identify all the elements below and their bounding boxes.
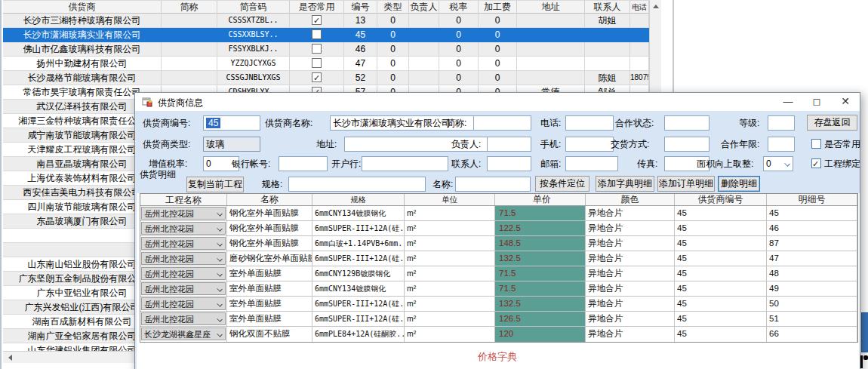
col-header-code[interactable]: 简音码: [217, 1, 290, 14]
col-header-detail-no[interactable]: 明细号: [767, 194, 857, 205]
bank-field[interactable]: [362, 156, 448, 171]
project-combo-value: 岳州北控花园: [144, 313, 194, 325]
round-up-dropdown[interactable]: 0: [763, 156, 793, 171]
supplier-row[interactable]: 扬州中勤建材有限公司 YZZQJCYXGS 47 0 0 0: [3, 57, 649, 71]
delete-detail-button[interactable]: 删除明细: [718, 176, 760, 192]
mobile-label: 手机:: [540, 137, 561, 152]
copy-current-project-button[interactable]: 复制当前工程: [186, 177, 244, 192]
col-header-price[interactable]: 单价: [495, 194, 586, 205]
supplier-row[interactable]: 长沙市三湘特种玻璃有限公司 CSSSXTZBL.. 13 0 0 0 胡姐: [3, 14, 649, 28]
common-checkbox[interactable]: [312, 15, 322, 25]
col-header-color[interactable]: 颜色: [586, 194, 675, 205]
spec-cell: 6mmCNY134镀膜钢化: [312, 281, 405, 296]
spec-filter-input[interactable]: [288, 177, 426, 192]
unit-cell: m²: [405, 221, 495, 235]
close-button[interactable]: ✕: [831, 93, 860, 111]
col-header-id[interactable]: 编号: [344, 1, 377, 14]
phone-field[interactable]: [565, 115, 614, 131]
project-combo[interactable]: 岳州北控花园: [141, 282, 226, 295]
name-filter-input[interactable]: [455, 177, 531, 192]
grade-field[interactable]: [768, 115, 795, 131]
project-binding-label: 工程绑定: [824, 158, 860, 170]
add-dictionary-detail-button[interactable]: 添加字典明细: [596, 176, 654, 192]
col-header-tax[interactable]: 税率: [439, 1, 479, 14]
common-checkbox[interactable]: [312, 58, 322, 68]
detail-row[interactable]: 岳州北控花园 钢化室外单面贴膜 6mmSUPER-III+12A(硅... m²…: [140, 221, 857, 236]
col-header-spec[interactable]: 规格: [312, 194, 405, 205]
locate-by-condition-button[interactable]: 按条件定位: [535, 176, 589, 192]
contact-cell: [585, 28, 630, 42]
spec-cell: 6mmSUPER-III+12A(硅...: [312, 297, 405, 311]
detail-row[interactable]: 岳州北控花园 室外单面贴膜 6mmCNY129B镀膜钢化 m² 71.5 异地合…: [140, 266, 857, 281]
col-header-contact[interactable]: 联系人: [585, 1, 630, 14]
mobile-field[interactable]: [565, 137, 614, 152]
project-cell: 岳州北控花园: [140, 312, 227, 326]
detail-row[interactable]: 岳州北控花园 室外单面贴膜 6mmSUPER-III+12A(硅... m² 1…: [140, 297, 857, 312]
supplier-no-cell: 45: [675, 312, 767, 326]
save-return-button[interactable]: 存盘返回: [807, 115, 857, 131]
project-combo[interactable]: 岳州北控花园: [141, 297, 226, 310]
project-combo[interactable]: 岳州北控花园: [141, 237, 226, 250]
col-header-type[interactable]: 类型: [377, 1, 409, 14]
col-header-supplier[interactable]: 供货商: [3, 1, 162, 14]
pinyin-code-cell: FSSYXBLKJ..: [217, 42, 290, 57]
supplier-name-cell: 长沙市潇湘玻璃实业有限公司: [3, 28, 162, 42]
common-checkbox[interactable]: [312, 44, 322, 54]
scroll-up-icon[interactable]: [653, 5, 659, 8]
contact-field[interactable]: [487, 156, 531, 171]
project-combo[interactable]: 岳州北控花园: [141, 252, 226, 265]
col-header-short[interactable]: 简称: [162, 1, 217, 14]
col-header-phone[interactable]: 电话: [630, 1, 649, 14]
manager-field[interactable]: [487, 137, 531, 152]
delivery-field[interactable]: [664, 137, 709, 152]
col-header-fee[interactable]: 加工费: [479, 1, 517, 14]
col-header-name[interactable]: 名称: [227, 194, 312, 205]
short-name-field[interactable]: [473, 115, 531, 131]
common-checkbox[interactable]: [312, 29, 322, 39]
project-binding-checkbox[interactable]: [811, 158, 821, 168]
address-cell: [517, 71, 585, 85]
project-combo-value: 岳州北控花园: [144, 223, 194, 235]
supplier-type-field[interactable]: [203, 137, 260, 152]
col-header-common[interactable]: 是否常用: [290, 1, 344, 14]
col-header-address[interactable]: 地址: [517, 1, 585, 14]
coop-years-field[interactable]: [768, 137, 795, 152]
detail-no-cell: 46: [767, 221, 857, 235]
tax-cell: 0: [439, 28, 479, 42]
detail-row[interactable]: 岳州北控花园 钢化室外单面贴膜 6mmCNY134镀膜钢化 m² 71.5 异地…: [140, 206, 857, 221]
maximize-button[interactable]: ◻: [802, 93, 831, 111]
often-used-checkbox[interactable]: [811, 139, 821, 149]
detail-row[interactable]: 岳州北控花园 磨砂钢化室外单面贴膜 6mmSUPER-III+12A(硅... …: [140, 251, 857, 266]
supplier-row[interactable]: 长沙市潇湘玻璃实业有限公司 CSSXXBLSY.. 45 0 0 0: [3, 28, 649, 42]
address-cell: [517, 28, 585, 42]
dialog-titlebar[interactable]: 供货商信息 — ◻ ✕: [135, 93, 860, 111]
project-combo[interactable]: 岳州北控花园: [141, 267, 226, 280]
col-header-unit[interactable]: 单位: [405, 194, 495, 205]
project-combo[interactable]: 岳州北控花园: [141, 312, 226, 325]
supplier-no-cell: 45: [675, 206, 767, 220]
detail-row[interactable]: 岳州北控花园 室外单面贴膜 6mmSUPER-III+12A(硅... m² 1…: [140, 312, 857, 327]
supplier-row[interactable]: 佛山市亿鑫玻璃科技有限公司 FSSYXBLKJ.. 46 0 0 0: [3, 42, 649, 57]
detail-row[interactable]: 岳州北控花园 室外单面贴膜 6mmCNY134镀膜钢化 m² 71.5 异地合片…: [140, 281, 857, 297]
bank-label: 开户行:: [331, 156, 361, 171]
supplier-row[interactable]: 长沙晟格节能玻璃有限公司 CSSGJNBLYXGS 52 0 0 0 陈姐 18…: [3, 71, 649, 85]
phone-cell: [630, 57, 649, 71]
col-header-project[interactable]: 工程名称: [140, 194, 227, 205]
project-combo[interactable]: 岳州北控花园: [141, 222, 226, 235]
minimize-button[interactable]: —: [774, 93, 802, 111]
project-combo[interactable]: 岳州北控花园: [141, 207, 226, 220]
supplier-no-cell: 45: [675, 327, 767, 342]
common-checkbox[interactable]: [312, 72, 322, 82]
color-cell: 异地合片: [586, 206, 675, 220]
project-combo[interactable]: 长沙龙湖祺鑫星座: [141, 327, 226, 340]
coop-status-field[interactable]: [664, 115, 709, 131]
scroll-left-icon[interactable]: [8, 355, 12, 361]
email-field[interactable]: [565, 156, 618, 171]
bank-account-field[interactable]: [279, 156, 328, 171]
col-header-manager[interactable]: 负责人: [409, 1, 439, 14]
detail-row[interactable]: 长沙龙湖祺鑫星座 钢化双面不贴膜 6mmPLE84+12A(硅酮胶... m² …: [140, 327, 857, 342]
detail-row[interactable]: 岳州北控花园 钢化室外单面贴膜 6mm白玻+1.14PVB+6mm... m² …: [140, 236, 857, 251]
supplier-no-field[interactable]: 45: [203, 115, 260, 131]
add-order-detail-button[interactable]: 添加订单明细: [657, 176, 715, 192]
col-header-supplier-no[interactable]: 供货商编号: [675, 194, 767, 205]
